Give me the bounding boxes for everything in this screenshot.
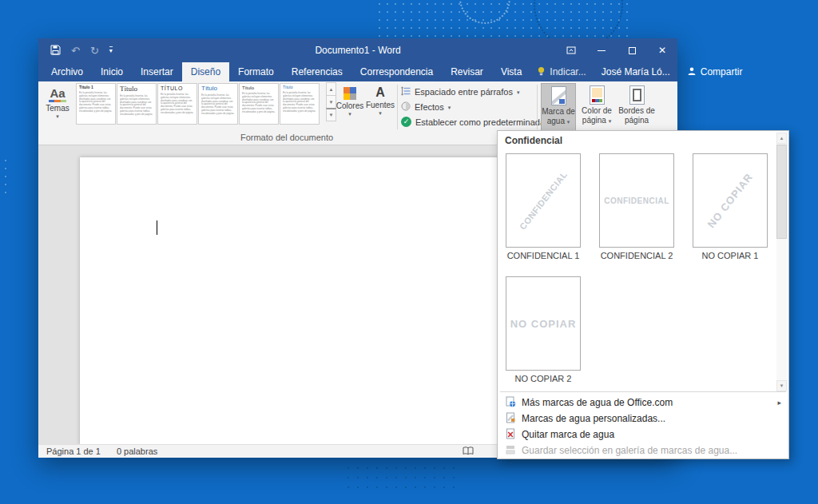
tab-referencias[interactable]: Referencias bbox=[283, 62, 351, 81]
ribbon-display-options-icon[interactable] bbox=[556, 38, 586, 62]
custom-watermark-icon bbox=[505, 412, 516, 426]
watermark-caption: CONFIDENCIAL 2 bbox=[593, 251, 681, 260]
paragraph-spacing-button[interactable]: Espaciado entre párrafos ▾ bbox=[401, 86, 519, 97]
style-set-thumbnail[interactable]: Título En la pestaña Insertar, las galer… bbox=[280, 83, 320, 125]
group-label-document-formatting: Formato del documento bbox=[38, 133, 535, 142]
share-button[interactable]: Compartir bbox=[679, 62, 751, 81]
style-set-thumbnail[interactable]: Título 1 En la pestaña Insertar, las gal… bbox=[76, 83, 116, 125]
page-borders-button[interactable]: Bordes de página bbox=[617, 83, 656, 133]
effects-button[interactable]: Efectos ▾ bbox=[401, 101, 451, 113]
text-cursor bbox=[157, 220, 157, 235]
ribbon-separator bbox=[397, 85, 398, 129]
watermark-icon bbox=[551, 86, 566, 105]
page-color-button[interactable]: Color de página ▾ bbox=[579, 83, 614, 133]
redo-icon[interactable]: ↻ bbox=[90, 46, 99, 56]
style-set-body-preview: En la pestaña Insertar, las galerías inc… bbox=[201, 93, 235, 115]
menu-divider bbox=[500, 391, 786, 392]
window-controls: ✕ bbox=[556, 38, 677, 62]
page-color-label: Color de página ▾ bbox=[579, 106, 614, 125]
watermark-caption: CONFIDENCIAL 1 bbox=[499, 251, 587, 260]
check-icon: ✓ bbox=[401, 117, 411, 127]
themes-label: Temas bbox=[46, 104, 69, 113]
watermark-preview-text: NO COPIAR bbox=[705, 171, 756, 230]
title-bar[interactable]: ↶ ↻ ▾ Documento1 - Word ✕ bbox=[38, 38, 677, 62]
menu-item-more-watermarks[interactable]: Más marcas de agua de Office.com ▸ bbox=[499, 395, 787, 411]
customize-quick-access-icon[interactable]: ▾ bbox=[109, 46, 113, 54]
watermark-preview-text: NO COPIAR bbox=[510, 318, 577, 330]
read-mode-icon[interactable] bbox=[463, 446, 474, 457]
tell-me-label: Indicar... bbox=[550, 66, 586, 77]
maximize-button[interactable] bbox=[617, 38, 647, 62]
menu-item-custom-watermark[interactable]: Marcas de agua personalizadas... bbox=[499, 411, 787, 427]
tab-formato[interactable]: Formato bbox=[229, 62, 283, 81]
style-set-heading: Título bbox=[120, 85, 153, 93]
watermark-option-no-copiar-1[interactable]: NO COPIAR bbox=[693, 153, 768, 248]
style-set-body-preview: En la pestaña Insertar, las galerías inc… bbox=[242, 92, 276, 113]
minimize-icon bbox=[598, 50, 606, 51]
close-button[interactable]: ✕ bbox=[647, 38, 677, 62]
style-set-thumbnail[interactable]: Título En la pestaña Insertar, las galer… bbox=[198, 83, 238, 125]
menu-item-label: Más marcas de agua de Office.com bbox=[522, 397, 673, 408]
fonts-label: Fuentes bbox=[366, 101, 395, 110]
fonts-button[interactable]: A Fuentes ▾ bbox=[366, 83, 395, 133]
style-set-thumbnail[interactable]: TÍTULO En la pestaña Insertar, las galer… bbox=[157, 83, 197, 125]
ribbon-separator bbox=[537, 85, 538, 129]
tell-me-box[interactable]: Indicar... bbox=[530, 62, 592, 81]
chevron-down-icon: ▾ bbox=[609, 118, 612, 124]
desktop-dot-pattern bbox=[2, 157, 12, 198]
document-page[interactable] bbox=[80, 157, 527, 444]
watermark-icon-accent bbox=[559, 99, 565, 104]
style-set-body-preview: En la pestaña Insertar, las galerías inc… bbox=[120, 94, 153, 116]
themes-icon-colorbar bbox=[49, 100, 66, 102]
undo-icon[interactable]: ↶ bbox=[71, 46, 80, 56]
save-gallery-icon bbox=[505, 444, 516, 458]
word-count[interactable]: 0 palabras bbox=[109, 446, 165, 456]
menu-scroll-up-icon[interactable]: ▲ bbox=[776, 133, 787, 144]
save-icon[interactable] bbox=[50, 45, 61, 57]
tab-diseno[interactable]: Diseño bbox=[182, 62, 229, 81]
color-swatch bbox=[350, 87, 356, 93]
menu-scroll-down-icon[interactable]: ▼ bbox=[776, 380, 787, 391]
set-as-default-button[interactable]: ✓ Establecer como predeterminada bbox=[401, 117, 545, 127]
watermark-label: Marca de agua ▾ bbox=[542, 107, 575, 125]
menu-item-remove-watermark[interactable]: Quitar marca de agua bbox=[499, 427, 787, 442]
menu-scrollbar-thumb[interactable] bbox=[776, 145, 787, 239]
menu-item-label: Guardar selección en galería de marcas d… bbox=[522, 445, 737, 456]
share-person-icon bbox=[687, 66, 697, 78]
watermark-option-no-copiar-2[interactable]: NO COPIAR bbox=[506, 276, 581, 371]
account-name[interactable]: José María Ló... bbox=[593, 62, 679, 81]
style-set-body-preview: En la pestaña Insertar, las galerías inc… bbox=[283, 91, 316, 113]
chevron-down-icon: ▾ bbox=[379, 110, 382, 116]
watermark-option-confidencial-2[interactable]: CONFIDENCIAL bbox=[599, 153, 674, 248]
effects-label: Efectos bbox=[415, 102, 444, 112]
page-count[interactable]: Página 1 de 1 bbox=[38, 446, 109, 456]
style-set-heading: Título 1 bbox=[79, 85, 113, 90]
chevron-down-icon: ▾ bbox=[348, 111, 351, 117]
chevron-down-icon: ▾ bbox=[448, 105, 451, 110]
watermark-caption: NO COPIAR 2 bbox=[499, 374, 587, 383]
watermark-option-confidencial-1[interactable]: CONFIDENCIAL bbox=[506, 153, 581, 248]
page-color-fill bbox=[592, 88, 602, 97]
tab-inicio[interactable]: Inicio bbox=[92, 62, 132, 81]
tab-vista[interactable]: Vista bbox=[492, 62, 530, 81]
style-set-thumbnail[interactable]: Título En la pestaña Insertar, las galer… bbox=[117, 83, 157, 125]
office-com-watermark-icon bbox=[505, 396, 516, 410]
watermark-button[interactable]: Marca de agua ▾ bbox=[541, 83, 576, 133]
color-swatch bbox=[343, 87, 350, 93]
style-set-heading: Título bbox=[283, 85, 316, 90]
colors-button[interactable]: Colores ▾ bbox=[336, 83, 364, 133]
tab-insertar[interactable]: Insertar bbox=[132, 62, 182, 81]
style-set-thumbnail[interactable]: Título En la pestaña Insertar, las galer… bbox=[239, 83, 279, 125]
chevron-down-icon: ▾ bbox=[517, 89, 520, 95]
style-set-heading: Título bbox=[201, 85, 235, 93]
minimize-button[interactable] bbox=[586, 38, 617, 62]
quick-access-toolbar: ↶ ↻ ▾ bbox=[38, 45, 113, 57]
tab-correspondencia[interactable]: Correspondencia bbox=[351, 62, 442, 81]
tab-archivo[interactable]: Archivo bbox=[42, 62, 92, 81]
page-borders-inner bbox=[633, 89, 641, 101]
tab-revisar[interactable]: Revisar bbox=[442, 62, 492, 81]
color-swatch bbox=[343, 93, 350, 100]
desktop-dot-pattern bbox=[343, 463, 459, 495]
themes-button[interactable]: Aa Temas ▾ bbox=[42, 83, 73, 133]
page-borders-icon bbox=[629, 85, 645, 105]
